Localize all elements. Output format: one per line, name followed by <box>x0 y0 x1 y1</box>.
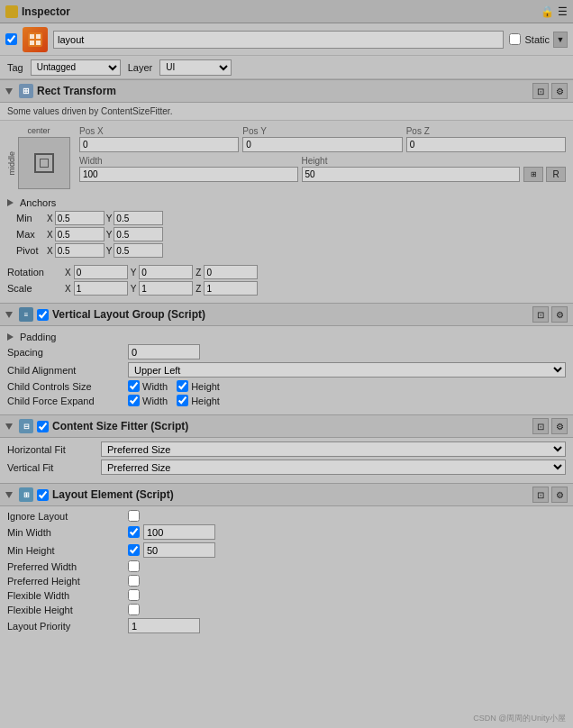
pos-xyz-row: Pos X Pos Y Pos Z <box>79 126 566 152</box>
preferred-width-checkbox[interactable] <box>128 560 140 572</box>
child-controls-height-check[interactable] <box>177 380 188 392</box>
child-force-checks: Width Height <box>128 395 220 406</box>
static-dropdown[interactable]: ▼ <box>553 32 568 48</box>
anchors-toggle[interactable]: Anchors <box>7 195 566 211</box>
tag-select[interactable]: Untagged <box>31 59 121 76</box>
child-force-width-label: Width <box>142 396 168 406</box>
anchor-max-x-input[interactable] <box>55 227 105 241</box>
scale-y-input[interactable] <box>139 281 193 296</box>
vlg-fold-icon[interactable] <box>5 312 13 318</box>
corners-btn[interactable]: ⊞ <box>523 167 543 182</box>
width-group: Width <box>79 156 298 182</box>
le-enable-checkbox[interactable] <box>37 489 49 501</box>
vlg-header: ≡ Vertical Layout Group (Script) ⊡ ⚙ <box>0 303 573 326</box>
r-btn[interactable]: R <box>546 167 566 182</box>
le-content: Ignore Layout Min Width Min Height Prefe… <box>0 506 573 642</box>
static-checkbox[interactable] <box>509 33 521 45</box>
anchor-max-label: Max <box>16 229 43 240</box>
flexible-width-row: Flexible Width <box>7 589 566 601</box>
csf-fold-icon[interactable] <box>5 423 13 430</box>
min-width-checkbox[interactable] <box>128 526 140 538</box>
scale-z-input[interactable] <box>204 281 258 296</box>
vlg-menu-btn[interactable]: ⚙ <box>551 306 568 323</box>
inspector-icon <box>5 5 18 18</box>
rot-x-input[interactable] <box>74 265 128 279</box>
watermark: CSDN @周周的Unity小屋 <box>473 713 566 724</box>
menu-icon[interactable]: ☰ <box>558 5 568 18</box>
rect-transform-actions: ⊡ ⚙ <box>532 83 568 99</box>
width-label: Width <box>79 156 298 166</box>
pos-z-group: Pos Z <box>406 126 566 152</box>
min-height-checkbox[interactable] <box>128 544 140 556</box>
pos-y-input[interactable] <box>242 137 402 152</box>
le-fold-icon[interactable] <box>5 492 13 498</box>
anchor-min-y-input[interactable] <box>114 211 163 225</box>
pivot-y-input[interactable] <box>114 243 163 258</box>
preferred-width-label: Preferred Width <box>7 561 124 572</box>
anchor-min-row: Min X Y <box>7 211 566 225</box>
le-copy-btn[interactable]: ⊡ <box>532 487 549 503</box>
flexible-height-checkbox[interactable] <box>128 604 140 615</box>
horizontal-fit-select[interactable]: Preferred Size <box>101 441 566 457</box>
scale-y-label: Y <box>131 284 137 294</box>
vertical-fit-select[interactable]: Preferred Size <box>101 460 566 475</box>
rect-copy-btn[interactable]: ⊡ <box>532 83 549 99</box>
scale-xyz: X Y Z <box>65 281 566 296</box>
rotation-row: Rotation X Y Z <box>7 265 566 279</box>
vlg-enable-checkbox[interactable] <box>37 309 49 321</box>
rect-grid: center middle Pos X Pos Y Po <box>7 126 566 189</box>
scale-row: Scale X Y Z <box>7 281 566 296</box>
ignore-layout-checkbox[interactable] <box>128 510 140 522</box>
anchor-min-x-input[interactable] <box>55 211 105 225</box>
csf-enable-checkbox[interactable] <box>37 421 49 432</box>
layer-select[interactable]: UI <box>159 59 232 76</box>
min-width-row: Min Width <box>7 524 566 540</box>
pos-z-input[interactable] <box>406 137 566 152</box>
padding-label: Padding <box>20 332 56 342</box>
anchor-min-label: Min <box>16 213 43 223</box>
child-controls-width-check[interactable] <box>128 380 140 392</box>
pivot-xy: X Y <box>47 243 163 258</box>
scale-label: Scale <box>7 283 61 294</box>
le-title: Layout Element (Script) <box>52 488 529 501</box>
object-header: Static ▼ <box>0 23 573 56</box>
csf-menu-btn[interactable]: ⚙ <box>551 418 568 434</box>
pos-x-group: Pos X <box>79 126 239 152</box>
height-input[interactable] <box>302 167 521 182</box>
child-force-width-check[interactable] <box>128 395 140 406</box>
static-label: Static <box>524 34 550 45</box>
csf-copy-btn[interactable]: ⊡ <box>532 418 549 434</box>
object-enable-checkbox[interactable] <box>5 33 17 45</box>
rot-y-input[interactable] <box>139 265 193 279</box>
vlg-copy-btn[interactable]: ⊡ <box>532 306 549 323</box>
object-name-input[interactable] <box>53 31 504 49</box>
rect-menu-btn[interactable]: ⚙ <box>551 83 568 99</box>
rect-transform-icon: ⊞ <box>19 84 33 98</box>
le-menu-btn[interactable]: ⚙ <box>551 487 568 503</box>
rot-x-label: X <box>65 268 71 278</box>
width-input[interactable] <box>79 167 298 182</box>
anchor-min-x-label: X <box>47 214 53 223</box>
fold-arrow-rect[interactable] <box>5 88 13 95</box>
min-width-input[interactable] <box>143 524 215 540</box>
pivot-x-input[interactable] <box>55 243 105 258</box>
min-height-input[interactable] <box>143 542 215 558</box>
pivot-label: Pivot <box>16 245 43 256</box>
pos-x-input[interactable] <box>79 137 239 152</box>
scale-x-input[interactable] <box>74 281 128 296</box>
child-alignment-select[interactable]: Upper Left <box>128 362 566 378</box>
anchor-widget[interactable] <box>18 137 70 189</box>
flexible-height-row: Flexible Height <box>7 604 566 615</box>
layout-priority-input[interactable] <box>128 618 200 633</box>
padding-toggle[interactable]: Padding <box>7 330 566 344</box>
child-controls-height-item: Height <box>177 380 220 392</box>
anchor-max-y-input[interactable] <box>114 227 163 241</box>
preferred-height-checkbox[interactable] <box>128 575 140 587</box>
flexible-width-checkbox[interactable] <box>128 589 140 601</box>
rect-info-text: Some values driven by ContentSizeFitter. <box>7 106 172 116</box>
child-controls-width-label: Width <box>142 381 168 392</box>
lock-icon[interactable]: 🔒 <box>541 5 554 18</box>
spacing-input[interactable] <box>128 344 200 359</box>
rot-z-input[interactable] <box>204 265 258 279</box>
child-force-height-check[interactable] <box>177 395 188 406</box>
